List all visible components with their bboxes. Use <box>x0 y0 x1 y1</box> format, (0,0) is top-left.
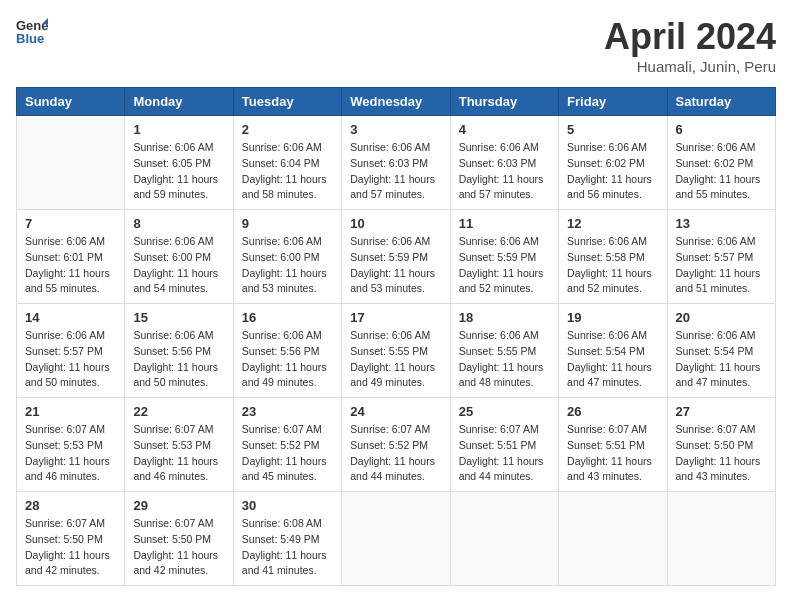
day-number: 30 <box>242 498 333 513</box>
day-info: Sunrise: 6:07 AM Sunset: 5:53 PM Dayligh… <box>25 422 116 485</box>
day-number: 7 <box>25 216 116 231</box>
day-number: 19 <box>567 310 658 325</box>
page-header: General Blue April 2024 Huamali, Junin, … <box>16 16 776 75</box>
calendar-cell: 18Sunrise: 6:06 AM Sunset: 5:55 PM Dayli… <box>450 304 558 398</box>
day-number: 5 <box>567 122 658 137</box>
calendar-cell: 5Sunrise: 6:06 AM Sunset: 6:02 PM Daylig… <box>559 116 667 210</box>
calendar-cell: 11Sunrise: 6:06 AM Sunset: 5:59 PM Dayli… <box>450 210 558 304</box>
day-number: 28 <box>25 498 116 513</box>
calendar-cell: 22Sunrise: 6:07 AM Sunset: 5:53 PM Dayli… <box>125 398 233 492</box>
day-number: 17 <box>350 310 441 325</box>
day-info: Sunrise: 6:07 AM Sunset: 5:50 PM Dayligh… <box>133 516 224 579</box>
day-number: 16 <box>242 310 333 325</box>
calendar-cell: 24Sunrise: 6:07 AM Sunset: 5:52 PM Dayli… <box>342 398 450 492</box>
calendar-cell: 3Sunrise: 6:06 AM Sunset: 6:03 PM Daylig… <box>342 116 450 210</box>
calendar-cell: 2Sunrise: 6:06 AM Sunset: 6:04 PM Daylig… <box>233 116 341 210</box>
calendar-cell: 21Sunrise: 6:07 AM Sunset: 5:53 PM Dayli… <box>17 398 125 492</box>
calendar-cell <box>559 492 667 586</box>
day-number: 18 <box>459 310 550 325</box>
calendar-cell: 26Sunrise: 6:07 AM Sunset: 5:51 PM Dayli… <box>559 398 667 492</box>
day-number: 20 <box>676 310 767 325</box>
day-number: 12 <box>567 216 658 231</box>
day-number: 6 <box>676 122 767 137</box>
day-number: 8 <box>133 216 224 231</box>
day-info: Sunrise: 6:06 AM Sunset: 5:58 PM Dayligh… <box>567 234 658 297</box>
day-number: 1 <box>133 122 224 137</box>
calendar-cell: 30Sunrise: 6:08 AM Sunset: 5:49 PM Dayli… <box>233 492 341 586</box>
calendar-cell: 10Sunrise: 6:06 AM Sunset: 5:59 PM Dayli… <box>342 210 450 304</box>
calendar-cell: 13Sunrise: 6:06 AM Sunset: 5:57 PM Dayli… <box>667 210 775 304</box>
day-info: Sunrise: 6:06 AM Sunset: 6:05 PM Dayligh… <box>133 140 224 203</box>
day-number: 24 <box>350 404 441 419</box>
svg-text:Blue: Blue <box>16 31 44 46</box>
weekday-header-friday: Friday <box>559 88 667 116</box>
day-number: 26 <box>567 404 658 419</box>
day-info: Sunrise: 6:06 AM Sunset: 5:56 PM Dayligh… <box>242 328 333 391</box>
calendar-cell <box>17 116 125 210</box>
calendar-cell: 20Sunrise: 6:06 AM Sunset: 5:54 PM Dayli… <box>667 304 775 398</box>
day-info: Sunrise: 6:08 AM Sunset: 5:49 PM Dayligh… <box>242 516 333 579</box>
day-number: 14 <box>25 310 116 325</box>
calendar-cell: 1Sunrise: 6:06 AM Sunset: 6:05 PM Daylig… <box>125 116 233 210</box>
day-number: 23 <box>242 404 333 419</box>
week-row-4: 21Sunrise: 6:07 AM Sunset: 5:53 PM Dayli… <box>17 398 776 492</box>
calendar-cell: 19Sunrise: 6:06 AM Sunset: 5:54 PM Dayli… <box>559 304 667 398</box>
calendar-cell: 12Sunrise: 6:06 AM Sunset: 5:58 PM Dayli… <box>559 210 667 304</box>
day-info: Sunrise: 6:06 AM Sunset: 5:59 PM Dayligh… <box>459 234 550 297</box>
weekday-header-monday: Monday <box>125 88 233 116</box>
weekday-header-thursday: Thursday <box>450 88 558 116</box>
day-info: Sunrise: 6:06 AM Sunset: 5:55 PM Dayligh… <box>459 328 550 391</box>
day-number: 9 <box>242 216 333 231</box>
day-info: Sunrise: 6:06 AM Sunset: 6:03 PM Dayligh… <box>350 140 441 203</box>
subtitle: Huamali, Junin, Peru <box>604 58 776 75</box>
calendar-cell: 25Sunrise: 6:07 AM Sunset: 5:51 PM Dayli… <box>450 398 558 492</box>
calendar-cell <box>667 492 775 586</box>
weekday-header-sunday: Sunday <box>17 88 125 116</box>
day-info: Sunrise: 6:07 AM Sunset: 5:52 PM Dayligh… <box>242 422 333 485</box>
week-row-2: 7Sunrise: 6:06 AM Sunset: 6:01 PM Daylig… <box>17 210 776 304</box>
calendar-cell: 14Sunrise: 6:06 AM Sunset: 5:57 PM Dayli… <box>17 304 125 398</box>
week-row-1: 1Sunrise: 6:06 AM Sunset: 6:05 PM Daylig… <box>17 116 776 210</box>
day-info: Sunrise: 6:06 AM Sunset: 5:55 PM Dayligh… <box>350 328 441 391</box>
calendar-cell: 27Sunrise: 6:07 AM Sunset: 5:50 PM Dayli… <box>667 398 775 492</box>
day-info: Sunrise: 6:06 AM Sunset: 5:56 PM Dayligh… <box>133 328 224 391</box>
day-info: Sunrise: 6:07 AM Sunset: 5:51 PM Dayligh… <box>567 422 658 485</box>
day-info: Sunrise: 6:07 AM Sunset: 5:50 PM Dayligh… <box>25 516 116 579</box>
day-info: Sunrise: 6:06 AM Sunset: 5:57 PM Dayligh… <box>676 234 767 297</box>
calendar-cell: 17Sunrise: 6:06 AM Sunset: 5:55 PM Dayli… <box>342 304 450 398</box>
logo-icon: General Blue <box>16 16 48 48</box>
day-number: 10 <box>350 216 441 231</box>
weekday-header-saturday: Saturday <box>667 88 775 116</box>
day-info: Sunrise: 6:06 AM Sunset: 6:02 PM Dayligh… <box>567 140 658 203</box>
title-block: April 2024 Huamali, Junin, Peru <box>604 16 776 75</box>
day-number: 15 <box>133 310 224 325</box>
weekday-header-row: SundayMondayTuesdayWednesdayThursdayFrid… <box>17 88 776 116</box>
day-info: Sunrise: 6:06 AM Sunset: 6:00 PM Dayligh… <box>133 234 224 297</box>
calendar-cell <box>342 492 450 586</box>
calendar-cell: 29Sunrise: 6:07 AM Sunset: 5:50 PM Dayli… <box>125 492 233 586</box>
calendar-cell: 8Sunrise: 6:06 AM Sunset: 6:00 PM Daylig… <box>125 210 233 304</box>
day-number: 27 <box>676 404 767 419</box>
calendar-cell: 6Sunrise: 6:06 AM Sunset: 6:02 PM Daylig… <box>667 116 775 210</box>
day-info: Sunrise: 6:07 AM Sunset: 5:51 PM Dayligh… <box>459 422 550 485</box>
day-info: Sunrise: 6:06 AM Sunset: 5:59 PM Dayligh… <box>350 234 441 297</box>
week-row-5: 28Sunrise: 6:07 AM Sunset: 5:50 PM Dayli… <box>17 492 776 586</box>
day-info: Sunrise: 6:06 AM Sunset: 6:00 PM Dayligh… <box>242 234 333 297</box>
calendar-table: SundayMondayTuesdayWednesdayThursdayFrid… <box>16 87 776 586</box>
week-row-3: 14Sunrise: 6:06 AM Sunset: 5:57 PM Dayli… <box>17 304 776 398</box>
day-info: Sunrise: 6:06 AM Sunset: 6:04 PM Dayligh… <box>242 140 333 203</box>
day-number: 25 <box>459 404 550 419</box>
main-title: April 2024 <box>604 16 776 58</box>
day-info: Sunrise: 6:06 AM Sunset: 5:57 PM Dayligh… <box>25 328 116 391</box>
day-info: Sunrise: 6:07 AM Sunset: 5:52 PM Dayligh… <box>350 422 441 485</box>
calendar-cell: 23Sunrise: 6:07 AM Sunset: 5:52 PM Dayli… <box>233 398 341 492</box>
day-number: 11 <box>459 216 550 231</box>
day-number: 4 <box>459 122 550 137</box>
day-info: Sunrise: 6:06 AM Sunset: 5:54 PM Dayligh… <box>676 328 767 391</box>
day-number: 29 <box>133 498 224 513</box>
weekday-header-wednesday: Wednesday <box>342 88 450 116</box>
day-info: Sunrise: 6:07 AM Sunset: 5:50 PM Dayligh… <box>676 422 767 485</box>
calendar-cell: 16Sunrise: 6:06 AM Sunset: 5:56 PM Dayli… <box>233 304 341 398</box>
day-info: Sunrise: 6:07 AM Sunset: 5:53 PM Dayligh… <box>133 422 224 485</box>
day-info: Sunrise: 6:06 AM Sunset: 6:01 PM Dayligh… <box>25 234 116 297</box>
